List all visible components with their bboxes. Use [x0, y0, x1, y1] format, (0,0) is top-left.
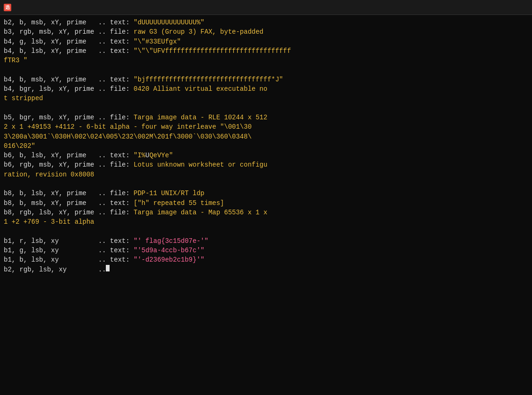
terminal-text: "bjffffffffffffffffffffffffffffffff*J"	[133, 75, 283, 84]
terminal-text: b2, b, msb, xY, prime .. text:	[4, 18, 133, 27]
terminal-line: b6, b, lsb, xY, prime .. text: "I%UQeVYe…	[4, 151, 528, 160]
terminal-line: b5, bgr, msb, xY, prime .. file: Targa i…	[4, 113, 528, 122]
terminal-text: b5, bgr, msb, xY, prime .. file:	[4, 113, 133, 122]
terminal-line: ration, revision 0x8008	[4, 170, 528, 179]
terminal-line: b1, r, lsb, xy .. text: "' flag{3c15d07e…	[4, 236, 528, 246]
terminal-window: b2, b, msb, xY, prime .. text: "dUUUUUUU…	[0, 15, 532, 395]
terminal-line: b1, b, lsb, xy .. text: "'-d2369eb2c1b9}…	[4, 255, 528, 264]
terminal-line	[4, 103, 528, 113]
terminal-text: b6, rgb, msb, xY, prime .. file:	[4, 160, 133, 169]
title-bar: 选	[0, 0, 532, 15]
terminal-line	[4, 65, 528, 74]
terminal-line: b8, b, msb, xY, prime .. text: ["h" repe…	[4, 198, 528, 208]
terminal-text: b3, rgb, msb, xY, prime .. file:	[4, 27, 133, 37]
terminal-line: t stripped	[4, 94, 528, 103]
terminal-text: b8, rgb, lsb, xY, prime .. file:	[4, 208, 133, 217]
terminal-text: 2 x 1 +49153 +4112 - 6-bit alpha - four …	[4, 122, 251, 132]
terminal-text: b4, b, lsb, xY, prime .. text:	[4, 46, 133, 56]
title-bar-left: 选	[4, 4, 14, 11]
terminal-text: "I%	[133, 151, 145, 160]
terminal-line: fTR3 "	[4, 56, 528, 65]
terminal-line: b2, rgb, lsb, xy ..	[4, 265, 528, 274]
maximize-button[interactable]	[506, 3, 515, 12]
terminal-text: b8, b, lsb, xY, prime .. file:	[4, 189, 133, 198]
terminal-text: t stripped	[4, 94, 43, 103]
terminal-text: "\"\"UFVffffffffffffffffffffffffffffffff	[133, 46, 291, 56]
terminal-line: 3\200a\3001`\030H\002\024\005\232\002M\2…	[4, 132, 528, 141]
terminal-text: b4, g, lsb, xY, prime .. text:	[4, 37, 133, 46]
window-controls	[493, 3, 528, 12]
terminal-line	[4, 179, 528, 189]
terminal-line: 2 x 1 +49153 +4112 - 6-bit alpha - four …	[4, 122, 528, 132]
terminal-text: "\"#33EUfgx"	[133, 37, 181, 46]
terminal-text: "'5d9a-4ccb-b67c'"	[133, 246, 204, 255]
terminal-text: b8, b, msb, xY, prime .. text:	[4, 198, 133, 208]
terminal-line: b2, b, msb, xY, prime .. text: "dUUUUUUU…	[4, 18, 528, 27]
terminal-text: b1, g, lsb, xy .. text:	[4, 246, 133, 255]
terminal-text: 0420 Alliant virtual executable no	[133, 84, 267, 94]
close-button[interactable]	[519, 3, 528, 12]
terminal-text: raw G3 (Group 3) FAX, byte-padded	[133, 27, 263, 37]
terminal-text: b2, rgb, lsb, xy ..	[4, 265, 106, 274]
terminal-text: b4, bgr, lsb, xY, prime .. file:	[4, 84, 133, 94]
terminal-line: b1, g, lsb, xy .. text: "'5d9a-4ccb-b67c…	[4, 246, 528, 255]
terminal-text: b1, r, lsb, xy .. text:	[4, 236, 133, 246]
terminal-text: "'-d2369eb2c1b9}'"	[133, 255, 204, 264]
terminal-text: PDP-11 UNIX/RT ldp	[133, 189, 204, 198]
terminal-line: b4, b, lsb, xY, prime .. text: "\"\"UFVf…	[4, 46, 528, 56]
terminal-line: b4, g, lsb, xY, prime .. text: "\"#33EUf…	[4, 37, 528, 46]
terminal-line: b8, b, lsb, xY, prime .. file: PDP-11 UN…	[4, 189, 528, 198]
terminal-text: U	[145, 151, 149, 160]
terminal-text: "' flag{3c15d07e-'"	[133, 236, 208, 246]
terminal-line: b4, bgr, lsb, xY, prime .. file: 0420 Al…	[4, 84, 528, 94]
terminal-text: "dUUUUUUUUUUUUUU%"	[133, 18, 204, 27]
terminal-text: fTR3 "	[4, 56, 27, 65]
terminal-text: 1 +2 +769 - 3-bit alpha	[4, 217, 94, 227]
terminal-line: b4, b, msb, xY, prime .. text: "bjffffff…	[4, 75, 528, 84]
terminal-line	[4, 227, 528, 236]
minimize-button[interactable]	[493, 3, 502, 12]
terminal-text: b1, b, lsb, xy .. text:	[4, 255, 133, 264]
terminal-text: ["h" repeated 55 times]	[133, 198, 224, 208]
terminal-line: 016\202"	[4, 141, 528, 151]
terminal-line: 1 +2 +769 - 3-bit alpha	[4, 217, 528, 227]
terminal-text: b4, b, msb, xY, prime .. text:	[4, 75, 133, 84]
terminal-line: b8, rgb, lsb, xY, prime .. file: Targa i…	[4, 208, 528, 217]
terminal-text: Lotus unknown worksheet or configu	[133, 160, 267, 169]
terminal-text: 3\200a\3001`\030H\002\024\005\232\002M\2…	[4, 132, 251, 141]
terminal-line: b6, rgb, msb, xY, prime .. file: Lotus u…	[4, 160, 528, 169]
terminal-icon: 选	[4, 4, 11, 11]
terminal-text: 016\202"	[4, 141, 35, 151]
terminal-text: b6, b, lsb, xY, prime .. text:	[4, 151, 133, 160]
terminal-text: ration, revision 0x8008	[4, 170, 94, 179]
terminal-text: QeVYe"	[149, 151, 173, 160]
terminal-text: Targa image data - RLE 10244 x 512	[133, 113, 267, 122]
terminal-line: b3, rgb, msb, xY, prime .. file: raw G3 …	[4, 27, 528, 37]
terminal-text: Targa image data - Map 65536 x 1 x	[133, 208, 267, 217]
